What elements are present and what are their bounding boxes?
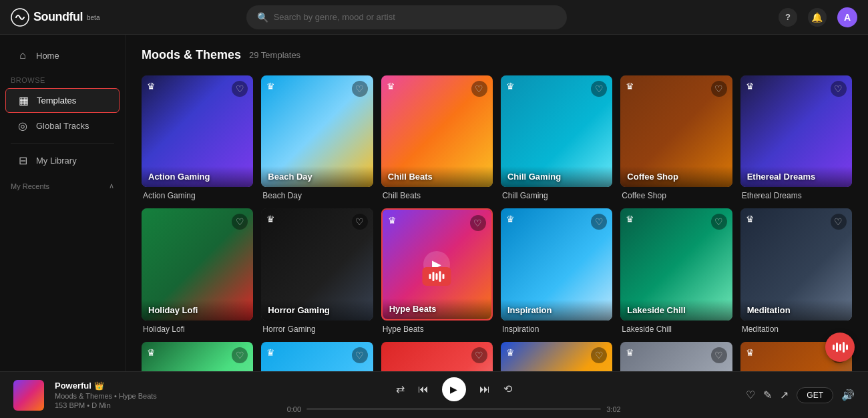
- like-button[interactable]: ♡: [746, 389, 755, 401]
- heart-icon[interactable]: ♡: [591, 214, 607, 230]
- template-card-horror-gaming[interactable]: ♛ ♡ Horror Gaming Horror Gaming: [261, 208, 373, 333]
- player-info: Powerful 👑 Moods & Themes • Hype Beats 1…: [55, 381, 162, 409]
- heart-icon[interactable]: ♡: [471, 347, 487, 363]
- template-card-lakeside-chill[interactable]: ♛ ♡ Lakeside Chill Lakeside Chill: [620, 208, 732, 333]
- card-name: Hype Beats: [381, 325, 493, 334]
- search-bar[interactable]: 🔍: [246, 5, 567, 29]
- progress-bar-area: 0:00 3:02: [287, 405, 621, 413]
- repeat-button[interactable]: ⟲: [503, 383, 512, 395]
- topnav: Soundful beta 🔍 ? 🔔 A: [0, 0, 868, 35]
- topnav-right: ? 🔔 A: [779, 7, 857, 27]
- prev-button[interactable]: ⏮: [418, 383, 429, 395]
- template-thumb: ♛ ♡ ▶ Hype Beats: [381, 208, 493, 320]
- sidebar-item-global-tracks[interactable]: ◎ Global Tracks: [5, 114, 120, 138]
- thumb-bg: ♛ ♡ Ethereal Dreams: [740, 75, 852, 187]
- template-thumb: ♛ ♡ Chill Gaming: [501, 75, 612, 187]
- thumb-bg: ♛ ♡ Horror Gaming: [261, 208, 373, 320]
- thumb-label: Chill Gaming: [501, 166, 612, 187]
- edit-button[interactable]: ✎: [763, 389, 772, 401]
- template-thumb: ♛ ♡ Real Estate: [501, 342, 612, 371]
- template-thumb: ♛ ♡ Horror Gaming: [261, 208, 373, 320]
- heart-icon[interactable]: ♡: [591, 81, 607, 97]
- sidebar-item-home[interactable]: ⌂ Home: [5, 44, 120, 67]
- crown-icon: ♛: [387, 81, 395, 91]
- help-button[interactable]: ?: [779, 8, 797, 27]
- thumb-label: Coffee Shop: [620, 166, 732, 187]
- waveform-icon: [423, 267, 451, 286]
- template-thumb: ♛ ♡ Coffee Shop: [620, 75, 732, 187]
- template-card-pool-party[interactable]: ♛ ♡ Pool Party Pool Party: [261, 342, 373, 371]
- template-card-beach-day[interactable]: ♛ ♡ Beach Day Beach Day: [261, 75, 373, 200]
- heart-icon[interactable]: ♡: [711, 214, 727, 230]
- my-recents-label: My Recents: [11, 182, 49, 190]
- search-input[interactable]: [274, 12, 556, 22]
- heart-icon[interactable]: ♡: [352, 214, 368, 230]
- thumb-bg: ♛ ♡ Inspiration: [501, 208, 612, 320]
- shuffle-button[interactable]: ⇄: [396, 383, 405, 395]
- thumb-bg: ♛ ♡ Beach Day: [261, 75, 373, 187]
- sidebar-home-label: Home: [36, 51, 59, 61]
- home-icon: ⌂: [16, 49, 29, 61]
- heart-icon[interactable]: ♡: [711, 81, 727, 97]
- template-count: 29 Templates: [249, 50, 300, 60]
- fab-waveform-button[interactable]: [825, 333, 855, 362]
- heart-icon[interactable]: ♡: [232, 81, 248, 97]
- progress-track[interactable]: [306, 408, 601, 410]
- heart-icon[interactable]: ♡: [232, 347, 248, 363]
- template-card-ethereal-dreams[interactable]: ♛ ♡ Ethereal Dreams Ethereal Dreams: [740, 75, 852, 200]
- volume-icon[interactable]: 🔊: [841, 389, 855, 401]
- time-current: 0:00: [287, 405, 301, 413]
- heart-icon[interactable]: ♡: [352, 81, 368, 97]
- crown-icon: ♛: [746, 347, 754, 358]
- template-card-chill-beats[interactable]: ♛ ♡ Chill Beats Chill Beats: [381, 75, 493, 200]
- crown-icon: ♛: [626, 214, 634, 224]
- template-card-meditation[interactable]: ♛ ♡ Meditation Meditation: [740, 208, 852, 333]
- player-crown-icon: 👑: [94, 381, 104, 391]
- heart-icon[interactable]: ♡: [352, 347, 368, 363]
- template-thumb: ♛ ♡ Action Gaming: [142, 75, 253, 187]
- template-thumb: ♛ ♡ Chill Beats: [381, 75, 493, 187]
- get-button[interactable]: GET: [797, 387, 833, 403]
- heart-icon[interactable]: ♡: [470, 215, 486, 231]
- template-card-action-gaming[interactable]: ♛ ♡ Action Gaming Action Gaming: [142, 75, 253, 200]
- heart-icon[interactable]: ♡: [471, 81, 487, 97]
- crown-icon: ♛: [626, 81, 634, 91]
- sidebar-item-my-library[interactable]: ⊟ My Library: [5, 149, 120, 172]
- thumb-bg: ♛ ♡ Lakeside Chill: [620, 208, 732, 320]
- template-thumb: ♛ ♡ Relaxation: [620, 342, 732, 371]
- template-card-coffee-shop[interactable]: ♛ ♡ Coffee Shop Coffee Shop: [620, 75, 732, 200]
- template-card-relaxation[interactable]: ♛ ♡ Relaxation Relaxation: [620, 342, 732, 371]
- sidebar-item-templates[interactable]: ▦ Templates: [5, 88, 120, 113]
- template-card-picnic-park[interactable]: ♛ ♡ Picnic in the Park Picnic in the Par…: [142, 342, 253, 371]
- crown-icon: ♛: [746, 214, 754, 224]
- heart-icon[interactable]: ♡: [711, 347, 727, 363]
- crown-icon: ♛: [266, 214, 275, 224]
- crown-icon: ♛: [506, 347, 515, 358]
- player-bar: Powerful 👑 Moods & Themes • Hype Beats 1…: [0, 371, 868, 418]
- heart-icon[interactable]: ♡: [591, 347, 607, 363]
- page-title: Moods & Themes: [142, 48, 241, 62]
- play-pause-button[interactable]: ▶: [442, 377, 466, 401]
- share-button[interactable]: ↗: [780, 389, 789, 401]
- templates-icon: ▦: [17, 94, 30, 107]
- thumb-label: Meditation: [740, 300, 852, 321]
- template-card-hype-beats[interactable]: ♛ ♡ ▶ Hype Beats Hype Beats: [381, 208, 493, 333]
- thumb-bg: ♛ ♡ Chill Beats: [381, 75, 493, 187]
- template-card-inspiration[interactable]: ♛ ♡ Inspiration Inspiration: [501, 208, 612, 333]
- thumb-label: Action Gaming: [142, 166, 253, 187]
- my-recents-chevron[interactable]: ∧: [109, 182, 114, 190]
- player-track-name: Powerful 👑: [55, 381, 162, 391]
- next-button[interactable]: ⏭: [479, 383, 490, 395]
- template-thumb: ♛ ♡ Ethereal Dreams: [740, 75, 852, 187]
- template-card-holiday-lofi[interactable]: ♡ Holiday Lofi Holiday Lofi: [142, 208, 253, 333]
- heart-icon[interactable]: ♡: [232, 214, 248, 230]
- template-card-real-estate[interactable]: ♛ ♡ Real Estate Real Estate: [501, 342, 612, 371]
- template-card-chill-gaming[interactable]: ♛ ♡ Chill Gaming Chill Gaming: [501, 75, 612, 200]
- avatar[interactable]: A: [837, 7, 857, 27]
- my-library-icon: ⊟: [16, 154, 29, 167]
- heart-icon[interactable]: ♡: [831, 81, 847, 97]
- template-card-racing-gaming[interactable]: ♡ Racing Gaming Racing Gaming: [381, 342, 493, 371]
- thumb-bg: ♛ ♡ Action Gaming: [142, 75, 253, 187]
- heart-icon[interactable]: ♡: [831, 214, 847, 230]
- notifications-button[interactable]: 🔔: [808, 8, 827, 27]
